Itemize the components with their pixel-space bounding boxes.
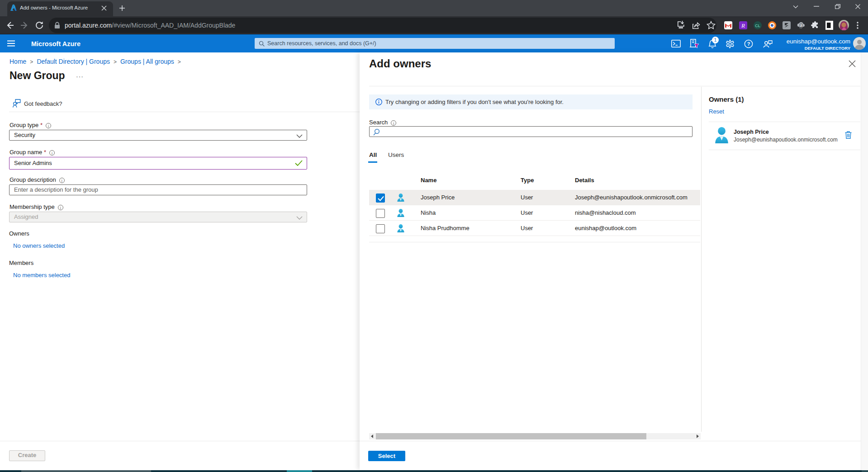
svg-text:R: R [741,22,745,29]
svg-text:CL: CL [755,24,760,28]
svg-text:2: 2 [800,24,802,28]
